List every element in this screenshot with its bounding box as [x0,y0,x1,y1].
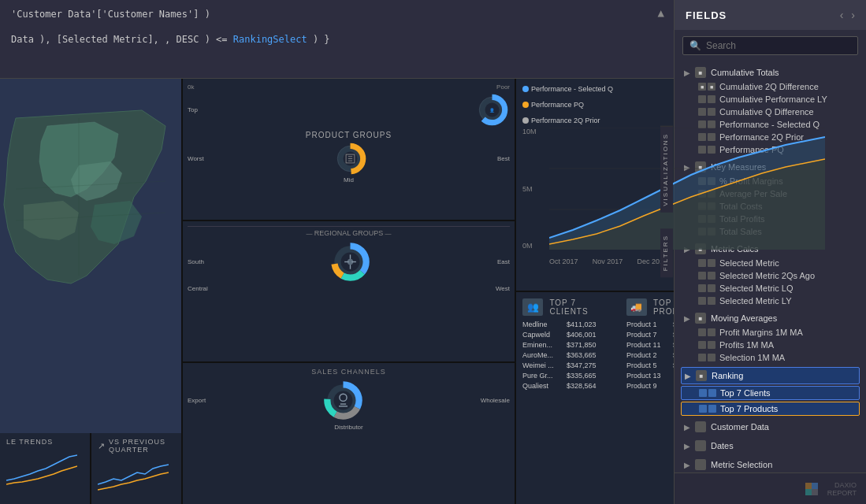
products-bars: Product 1 $2,238,121 Product 7 $2,149,88… [626,321,674,390]
brand-logo: DAXIOREPORT [805,481,857,497]
arrow-left[interactable]: ‹ [840,9,844,21]
top-clients-panel: 👥 TOP 7 CLIENTS Medline $411,023 Capweld… [522,298,614,498]
client-row-3: AuroMe... $363,665 [522,351,614,359]
field-group-metric-selection: ▶ Metric Selection [675,455,866,472]
dashboard-grid: LE TRENDS ↗ VS PREVIOUS QUARTER [0,79,674,504]
group-name-moving-averages: Moving Averages [711,313,777,323]
top-products-header: 🚚 TOP 7 PRODUCTS [626,298,674,316]
field-group-customer-data: ▶ Customer Data [675,417,866,436]
fields-header: FIELDS ‹ › [675,0,866,30]
vs-previous-panel: ↗ VS PREVIOUS QUARTER [91,433,181,504]
line-chart-panel: Performance - Selected Q Performance PQ … [516,79,674,291]
vs-previous-title: ↗ VS PREVIOUS QUARTER [98,438,175,454]
group-items-metric-calcs: Selected Metric Selected Metric 2Qs Ago … [681,257,860,307]
field-item[interactable]: Profits 1M MA [681,339,860,351]
product-row-4: Product 5 $1,165,902 [626,361,674,369]
fields-panel: FIELDS ‹ › 🔍 ▶ ■ Cumulative Totals [674,0,866,504]
east-label: East [497,258,510,265]
sales-channels-panel: SALES CHANNELS Export [183,363,515,504]
group-header-customer-data[interactable]: ▶ Customer Data [681,419,860,435]
fields-footer: DAXIOREPORT [675,472,866,504]
group-header-ranking[interactable]: ▶ ■ Ranking [681,367,860,384]
field-item[interactable]: Selected Metric [681,257,860,269]
field-group-ranking: ▶ ■ Ranking Top 7 Clients Top 7 Products [675,365,866,417]
code-editor: 'Customer Data'['Customer Names'] ) Data… [0,0,674,79]
ok-label: 0k [188,83,194,91]
donut-mid [333,141,368,176]
field-item[interactable]: Selected Metric LY [681,295,860,307]
product-row-3: Product 2 $1,359,658 [626,351,674,359]
group-items-moving-averages: Profit Margins 1M MA Profits 1M MA Selec… [681,326,860,364]
best-label: Best [497,155,510,162]
svg-rect-40 [805,489,812,495]
client-row-4: Weimei ... $347,275 [522,361,614,369]
regional-groups-title: — [306,230,314,237]
svg-rect-39 [812,483,818,489]
main-area: 'Customer Data'['Customer Names'] ) Data… [0,0,674,504]
group-items-ranking: Top 7 Clients Top 7 Products [681,386,860,416]
mid-label: Mid [344,176,354,183]
field-item[interactable]: ■■ Cumulative 2Q Difference [681,80,860,93]
field-item[interactable]: Selected Metric LQ [681,282,860,295]
west-label: West [496,285,510,292]
field-group-metric-calcs: ▶ ■ Metric Calcs Selected Metric Selecte… [675,239,866,309]
arrow-right[interactable]: › [851,9,855,21]
top-label: Top [188,106,198,113]
field-item[interactable]: Profit Margins 1M MA [681,326,860,339]
field-item[interactable]: Selected Metric 2Qs Ago [681,269,860,282]
field-item-top7-products[interactable]: Top 7 Products [681,402,860,416]
field-item[interactable]: Selection 1M MA [681,351,860,364]
search-icon: 🔍 [689,40,701,51]
svg-rect-38 [805,483,812,489]
product-row-2: Product 11 $1,770,244 [626,341,674,349]
fields-title: FIELDS [686,9,727,21]
sparkline-left [6,449,77,488]
group-header-cumulative-totals[interactable]: ▶ ■ Cumulative Totals [681,65,860,80]
field-group-dates: ▶ Dates [675,436,866,455]
trend-panels: LE TRENDS ↗ VS PREVIOUS QUARTER [0,433,181,504]
donut-top: 👤 [474,92,510,128]
product-row-5: Product 13 [626,372,674,380]
x-labels: Oct 2017 Nov 2017 Dec 2017 [549,258,667,265]
le-trends-title: LE TRENDS [6,438,84,446]
top-clients-title: TOP 7 CLIENTS [549,298,614,316]
le-trends-panel: LE TRENDS [0,433,90,504]
collapse-button[interactable]: ▲ [658,6,664,19]
donut-sales [321,379,365,422]
product-row-1: Product 7 $2,149,882 [626,331,674,339]
top-clients-header: 👥 TOP 7 CLIENTS [522,298,614,316]
group-header-metric-selection[interactable]: ▶ Metric Selection [681,457,860,472]
map-panel: LE TRENDS ↗ VS PREVIOUS QUARTER [0,79,181,504]
viz-tab-visualizations[interactable]: VISUALIZATIONS [660,126,673,213]
top-products-title: TOP 7 PRODUCTS [653,298,674,316]
client-row-5: Pure Gr... $335,665 [522,372,614,380]
group-header-dates[interactable]: ▶ Dates [681,438,860,454]
legend-item-2q-prior: Performance 2Q Prior [522,117,600,124]
field-group-moving-averages: ▶ ■ Moving Averages Profit Margins 1M MA… [675,309,866,365]
group-name-dates: Dates [711,441,734,450]
group-name-ranking: Ranking [712,371,743,380]
svg-text:👤: 👤 [489,108,495,113]
svg-marker-8 [549,159,825,250]
group-name-customer-data: Customer Data [711,422,769,432]
sales-channels-title: SALES CHANNELS [188,368,510,376]
field-item[interactable]: Cumulative Performance LY [681,93,860,106]
field-item[interactable]: Cumulative Q Difference [681,106,860,118]
search-input[interactable] [706,40,851,51]
fields-nav-arrows: ‹ › [840,9,855,21]
field-item-top7-clients[interactable]: Top 7 Clients [681,386,860,400]
client-row-2: Eminen... $371,850 [522,341,614,349]
fields-list: ▶ ■ Cumulative Totals ■■ Cumulative 2Q D… [675,61,866,472]
group-header-moving-averages[interactable]: ▶ ■ Moving Averages [681,310,860,326]
south-label: South [188,258,204,265]
product-row-0: Product 1 $2,238,121 [626,321,674,328]
line-chart-svg [549,128,825,250]
product-groups-title: PRODUCT GROUPS [188,131,510,139]
donut-regional [329,240,372,284]
central-label: Central [188,285,208,292]
code-line-2: Data ), [Selected Metric], , DESC ) <= R… [11,32,663,49]
products-icon: 🚚 [626,298,647,316]
bottom-bar-panels: 👥 TOP 7 CLIENTS Medline $411,023 Capweld… [516,292,674,504]
right-column: 0k Poor Top 👤 PRODUCT [183,79,515,504]
viz-tab-filters[interactable]: FILTERS [660,228,673,277]
